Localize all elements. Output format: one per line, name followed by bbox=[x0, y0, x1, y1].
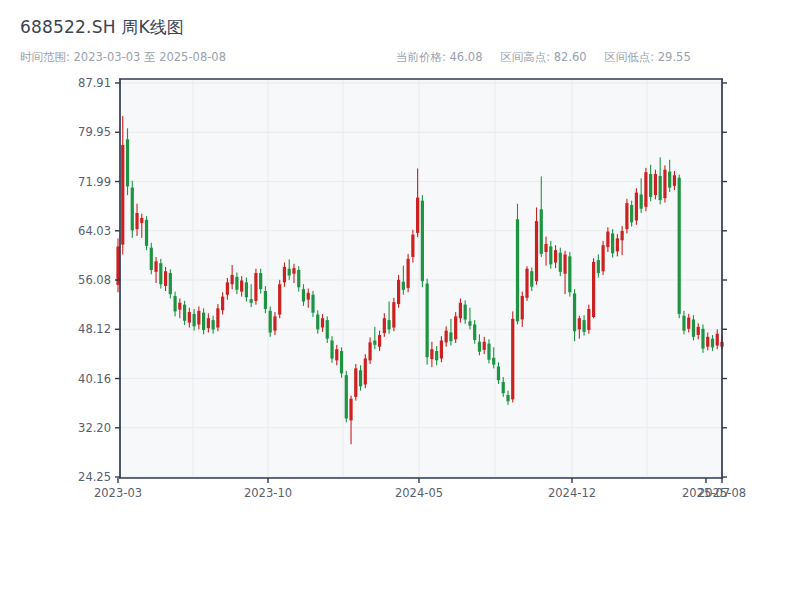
current-price-label: 当前价格 bbox=[396, 50, 442, 64]
kline-chart: 24.2532.2040.1648.1256.0864.0371.9979.95… bbox=[0, 0, 800, 600]
candle-up bbox=[378, 335, 381, 347]
candle-down bbox=[326, 320, 329, 339]
candle-down bbox=[597, 260, 600, 273]
candle-down bbox=[530, 271, 533, 286]
candle-wick bbox=[450, 319, 451, 346]
date-range-subtitle: 时间范围: 2023-03-03 至 2025-08-08 bbox=[20, 50, 226, 65]
candle-wick bbox=[403, 266, 404, 295]
candle-down bbox=[402, 282, 405, 290]
candle-down bbox=[478, 342, 481, 352]
y-tick-label: 87.91 bbox=[78, 76, 111, 90]
candle-down bbox=[668, 172, 671, 188]
candle-up bbox=[397, 280, 400, 304]
y-tick-label: 64.03 bbox=[78, 224, 111, 238]
candle-down bbox=[150, 248, 153, 270]
candle-down bbox=[649, 174, 652, 197]
candle-up bbox=[416, 198, 419, 233]
candle-up bbox=[221, 297, 224, 311]
candlestick-plot: 24.2532.2040.1648.1256.0864.0371.9979.95… bbox=[0, 0, 800, 600]
candle-down bbox=[131, 188, 134, 231]
candle-down bbox=[288, 269, 291, 276]
candle-up bbox=[188, 312, 191, 323]
candle-down bbox=[449, 332, 452, 341]
candle-up bbox=[635, 193, 638, 221]
candle-up bbox=[411, 235, 414, 257]
candle-up bbox=[644, 172, 647, 207]
y-tick-label: 32.20 bbox=[78, 421, 111, 435]
y-tick-label: 48.12 bbox=[78, 322, 111, 336]
candle-wick bbox=[469, 308, 470, 330]
x-tick-label: 2023-03 bbox=[94, 486, 142, 500]
candle-down bbox=[302, 289, 305, 301]
candle-up bbox=[563, 255, 566, 274]
x-tick-label: 2023-10 bbox=[244, 486, 292, 500]
y-tick-label: 79.95 bbox=[78, 125, 111, 139]
candle-up bbox=[197, 311, 200, 325]
candle-down bbox=[502, 382, 505, 393]
candle-up bbox=[273, 316, 276, 330]
candle-up bbox=[525, 269, 528, 298]
candle-down bbox=[516, 219, 519, 321]
candle-down bbox=[235, 277, 238, 290]
candle-wick bbox=[141, 214, 142, 238]
candle-up bbox=[283, 267, 286, 282]
x-tick-label: 2024-12 bbox=[548, 486, 596, 500]
date-range-separator: : bbox=[66, 50, 74, 64]
candle-down bbox=[492, 358, 495, 365]
candle-up bbox=[554, 250, 557, 262]
candle-down bbox=[345, 375, 348, 418]
candle-down bbox=[264, 291, 267, 309]
candle-down bbox=[692, 319, 695, 336]
candle-wick bbox=[622, 226, 623, 255]
current-price-value: 46.08 bbox=[450, 50, 483, 64]
candle-up bbox=[716, 334, 719, 346]
candle-up bbox=[654, 174, 657, 195]
candle-up bbox=[154, 261, 157, 272]
candle-up bbox=[430, 349, 433, 359]
candle-down bbox=[711, 339, 714, 348]
candle-down bbox=[468, 321, 471, 325]
candle-down bbox=[573, 293, 576, 331]
candle-up bbox=[483, 342, 486, 350]
x-tick-label: 2024-05 bbox=[395, 486, 443, 500]
candle-wick bbox=[374, 327, 375, 349]
candle-down bbox=[559, 253, 562, 272]
candle-up bbox=[535, 221, 538, 281]
y-tick-label: 71.99 bbox=[78, 175, 111, 189]
candle-up bbox=[207, 318, 210, 328]
candle-down bbox=[297, 270, 300, 287]
candle-up bbox=[383, 318, 386, 333]
candle-up bbox=[321, 318, 324, 327]
stats-row: 当前价格: 46.08 区间高点: 82.60 区间低点: 29.55 bbox=[396, 50, 705, 65]
candle-down bbox=[159, 263, 162, 284]
candle-up bbox=[706, 337, 709, 347]
candle-up bbox=[578, 318, 581, 329]
candle-up bbox=[544, 244, 547, 252]
candle-down bbox=[506, 395, 509, 401]
candle-down bbox=[487, 344, 490, 360]
candle-up bbox=[511, 319, 514, 399]
candle-down bbox=[192, 314, 195, 326]
candle-down bbox=[202, 313, 205, 330]
date-range-label: 时间范围 bbox=[20, 50, 66, 64]
candle-up bbox=[349, 399, 352, 421]
x-tick-label: 2025-08 bbox=[698, 486, 746, 500]
candle-down bbox=[630, 205, 633, 222]
candle-down bbox=[269, 311, 272, 333]
candle-up bbox=[625, 203, 628, 229]
candle-up bbox=[354, 368, 357, 396]
candle-up bbox=[440, 341, 443, 359]
y-tick-label: 24.25 bbox=[78, 470, 111, 484]
candle-down bbox=[330, 341, 333, 359]
candle-down bbox=[540, 209, 543, 254]
candle-down bbox=[245, 282, 248, 297]
candle-up bbox=[687, 318, 690, 329]
candle-up bbox=[521, 296, 524, 320]
candle-up bbox=[621, 231, 624, 240]
candle-wick bbox=[251, 284, 252, 307]
kline-page: 24.2532.2040.1648.1256.0864.0371.9979.95… bbox=[0, 0, 800, 600]
candle-down bbox=[212, 320, 215, 329]
candle-down bbox=[250, 299, 253, 303]
candle-up bbox=[164, 271, 167, 286]
range-high-label: 区间高点 bbox=[500, 50, 546, 64]
